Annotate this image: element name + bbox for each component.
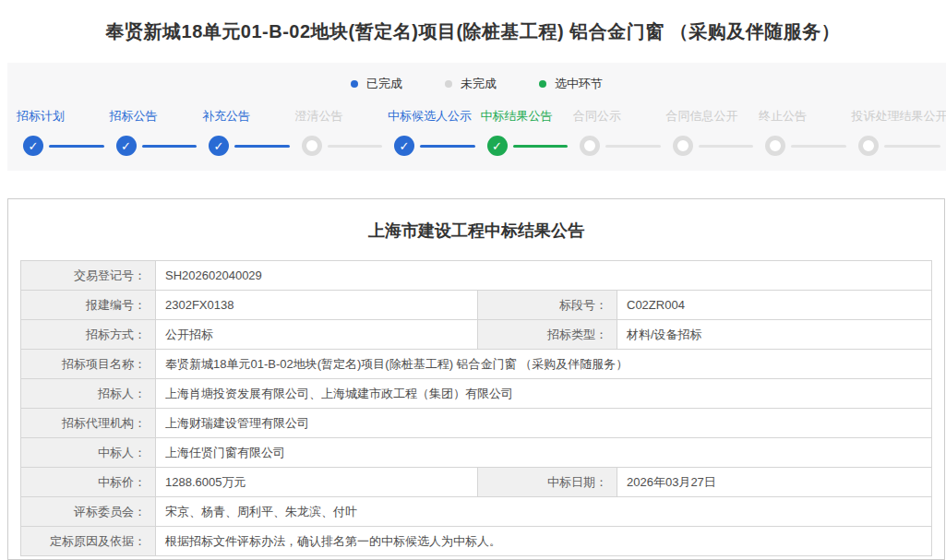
step-connector-line — [234, 145, 290, 148]
timeline-legend: 已完成 未完成 选中环节 — [7, 76, 946, 92]
step-connector-line — [884, 145, 941, 148]
bid-result-table: 交易登记号： SH202602040029 报建编号： 2302FX0138 标… — [20, 260, 932, 556]
table-row-registration: 交易登记号： SH202602040029 — [21, 261, 932, 291]
step-status-icon: ✓ — [394, 136, 414, 156]
timeline-step-node: ✓ — [202, 136, 295, 156]
timeline-step-label: 澄清公告 — [295, 108, 389, 125]
timeline-step: 澄清公告 ✓ — [295, 108, 389, 156]
process-timeline-band: 已完成 未完成 选中环节 招标计划 ✓ 招标公告 ✓ 补充公告 ✓ 澄清公告 — [7, 63, 946, 171]
legend-label: 已完成 — [366, 76, 402, 92]
timeline-step-node: ✓ — [388, 136, 481, 156]
timeline-step[interactable]: 补充公告 ✓ — [202, 108, 295, 156]
step-status-icon: ✓ — [23, 136, 43, 156]
timeline-step[interactable]: 中标结果公告 ✓ — [481, 108, 574, 156]
table-row-bid-method: 招标方式： 公开招标 招标类型： 材料/设备招标 — [21, 320, 932, 350]
step-status-icon: ✓ — [116, 136, 137, 156]
step-connector-line — [791, 145, 846, 148]
table-row-agency: 招标代理机构： 上海财瑞建设管理有限公司 — [21, 409, 932, 438]
check-icon: ✓ — [492, 140, 502, 152]
completed-dot-icon — [351, 80, 358, 88]
page-title: 奉贤新城18单元01-B-02地块(暂定名)项目(除桩基工程) 铝合金门窗 （采… — [106, 19, 841, 44]
field-label: 报建编号： — [21, 291, 156, 320]
table-row-project-no: 报建编号： 2302FX0138 标段号： C02ZR004 — [21, 291, 932, 320]
field-value: 奉贤新城18单元01-B-02地块(暂定名)项目(除桩基工程) 铝合金门窗 （采… — [156, 350, 932, 379]
field-value: SH202602040029 — [156, 261, 932, 291]
timeline-step[interactable]: 招标计划 ✓ — [17, 108, 110, 156]
selected-dot-icon — [539, 80, 546, 88]
field-label: 招标类型： — [478, 320, 617, 350]
announcement-panel: 上海市建设工程中标结果公告 交易登记号： SH202602040029 报建编号… — [7, 198, 945, 560]
timeline-step-label: 投诉处理结果公开 — [852, 108, 946, 125]
field-label: 定标原因及依据： — [21, 527, 156, 556]
field-label: 评标委员会： — [21, 497, 156, 527]
timeline-step-label[interactable]: 招标公告 — [110, 108, 203, 125]
field-label: 招标代理机构： — [21, 409, 156, 438]
legend-label: 选中环节 — [555, 76, 603, 92]
timeline-step-node: ✓ — [295, 136, 389, 156]
timeline-step-node: ✓ — [573, 136, 666, 156]
timeline-step-node: ✓ — [17, 136, 110, 156]
step-status-icon: ✓ — [487, 136, 508, 156]
field-value: 上海任贤门窗有限公司 — [156, 438, 932, 468]
field-label: 招标项目名称： — [21, 350, 156, 379]
timeline-steps: 招标计划 ✓ 招标公告 ✓ 补充公告 ✓ 澄清公告 ✓ 中标候选人公示 ✓ 中标… — [7, 108, 946, 156]
timeline-step: 合同信息公开 ✓ — [666, 108, 760, 156]
field-value: 2302FX0138 — [156, 291, 478, 320]
timeline-step-node: ✓ — [852, 136, 946, 156]
step-status-icon: ✓ — [673, 136, 693, 156]
page-header: 奉贤新城18单元01-B-02地块(暂定名)项目(除桩基工程) 铝合金门窗 （采… — [0, 0, 946, 63]
check-icon: ✓ — [29, 140, 39, 152]
step-connector-line — [142, 145, 198, 148]
timeline-step-node: ✓ — [759, 136, 852, 156]
timeline-step[interactable]: 中标候选人公示 ✓ — [388, 108, 481, 156]
timeline-step-node: ✓ — [481, 136, 574, 156]
timeline-step: 终止公告 ✓ — [759, 108, 852, 156]
timeline-step-label[interactable]: 中标结果公告 — [481, 108, 574, 125]
field-label: 交易登记号： — [21, 261, 156, 291]
field-value: 2026年03月27日 — [617, 468, 932, 497]
field-value: 材料/设备招标 — [617, 320, 932, 350]
field-label: 标段号： — [478, 291, 617, 320]
field-value: 1288.6005万元 — [156, 468, 478, 497]
check-icon: ✓ — [400, 140, 410, 152]
legend-item-incomplete: 未完成 — [445, 76, 497, 92]
table-row-project-name: 招标项目名称： 奉贤新城18单元01-B-02地块(暂定名)项目(除桩基工程) … — [21, 350, 932, 379]
timeline-step-label[interactable]: 补充公告 — [202, 108, 295, 125]
timeline-step-node: ✓ — [666, 136, 760, 156]
table-row-committee: 评标委员会： 宋京、杨青、周利平、朱龙滨、付叶 — [21, 497, 932, 527]
field-value: 根据招标文件评标办法，确认排名第一的中标候选人为中标人。 — [156, 527, 932, 556]
timeline-step-label: 合同公示 — [573, 108, 666, 125]
table-row-winner: 中标人： 上海任贤门窗有限公司 — [21, 438, 932, 468]
field-label: 招标方式： — [21, 320, 156, 350]
check-icon: ✓ — [214, 140, 224, 152]
timeline-step[interactable]: 招标公告 ✓ — [110, 108, 203, 156]
table-row-tenderer: 招标人： 上海肖塘投资发展有限公司、上海城建市政工程（集团）有限公司 — [21, 379, 932, 409]
field-value: C02ZR004 — [617, 291, 932, 320]
step-connector-line — [605, 145, 661, 148]
legend-item-completed: 已完成 — [351, 76, 402, 92]
table-row-price-date: 中标价： 1288.6005万元 中标日期： 2026年03月27日 — [21, 468, 932, 497]
timeline-step: 合同公示 ✓ — [573, 108, 666, 156]
step-connector-line — [420, 145, 475, 148]
timeline-step-label[interactable]: 中标候选人公示 — [388, 108, 481, 125]
legend-item-selected: 选中环节 — [539, 76, 603, 92]
step-status-icon: ✓ — [302, 136, 322, 156]
field-value: 上海肖塘投资发展有限公司、上海城建市政工程（集团）有限公司 — [156, 379, 932, 409]
timeline-step: 投诉处理结果公开 ✓ — [852, 108, 946, 156]
incomplete-dot-icon — [445, 80, 452, 88]
step-connector-line — [513, 145, 569, 148]
timeline-step-label[interactable]: 招标计划 — [17, 108, 110, 125]
timeline-step-node: ✓ — [110, 136, 203, 156]
field-label: 招标人： — [21, 379, 156, 409]
step-status-icon: ✓ — [580, 136, 600, 156]
step-connector-line — [328, 145, 383, 148]
step-connector-line — [49, 145, 104, 148]
field-label: 中标日期： — [478, 468, 617, 497]
check-icon: ✓ — [121, 140, 131, 152]
step-connector-line — [699, 145, 754, 148]
field-value: 公开招标 — [156, 320, 478, 350]
announcement-title: 上海市建设工程中标结果公告 — [8, 220, 944, 242]
step-status-icon: ✓ — [209, 136, 229, 156]
table-row-reason: 定标原因及依据： 根据招标文件评标办法，确认排名第一的中标候选人为中标人。 — [21, 527, 932, 556]
timeline-step-label: 终止公告 — [759, 108, 852, 125]
